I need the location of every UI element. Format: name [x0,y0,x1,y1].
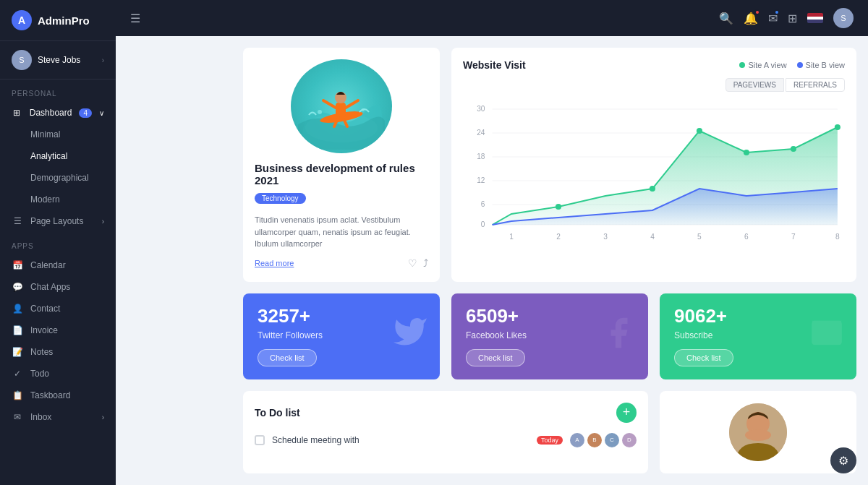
sidebar-item-notes[interactable]: 📝 Notes [0,341,116,363]
todo-item: Schedule meeting with Today A B C D [255,433,637,447]
like-icon[interactable]: ♡ [408,257,417,269]
svg-point-35 [835,124,841,130]
todo-icon: ✓ [12,369,23,379]
sidebar-item-label: Inbox [30,412,51,422]
tab-pageviews[interactable]: PAGEVIEWS [726,78,784,92]
svg-text:7: 7 [791,233,796,241]
logo-icon: A [12,10,32,30]
sidebar-item-taskboard[interactable]: 📋 Taskboard [0,385,116,406]
sidebar-item-chat[interactable]: 💬 Chat Apps [0,276,116,298]
assignee-avatar-4: D [622,433,637,447]
site-a-dot [739,62,745,68]
chevron-down-icon: ∨ [99,109,104,117]
sidebar-item-label: Modern [30,194,60,205]
subscribe-check-button[interactable]: Check list [674,349,733,366]
svg-point-31 [650,186,655,192]
facebook-check-button[interactable]: Check list [466,349,525,366]
svg-text:1: 1 [509,233,514,241]
share-icon[interactable]: ⤴ [423,257,428,269]
sidebar-item-inbox[interactable]: ✉ Inbox › [0,406,116,428]
topbar-left: ☰ [130,12,140,25]
today-badge: Today [537,436,563,445]
sidebar-item-modern[interactable]: Modern [0,189,116,210]
svg-text:3: 3 [603,233,608,241]
profile-image [729,403,787,461]
twitter-check-button[interactable]: Check list [258,349,317,366]
chat-icon: 💬 [12,282,23,292]
sidebar-item-label: Page Layouts [30,216,83,226]
add-todo-button[interactable]: + [616,403,637,423]
message-dot [774,9,780,15]
website-visit-card: Website Visit Site A view Site B view PA… [451,48,856,282]
messages-button[interactable]: ✉ [768,12,778,25]
svg-text:5: 5 [697,233,702,241]
svg-line-4 [346,100,358,108]
site-b-dot [797,62,803,68]
sidebar-item-label: Taskboard [30,390,70,400]
topbar-right: 🔍 🔔 ✉ ⊞ S [719,8,854,28]
topbar-user-avatar[interactable]: S [833,8,854,28]
todo-card: To Do list + Schedule meeting with Today… [243,391,648,473]
sidebar-item-calendar[interactable]: 📅 Calendar [0,254,116,276]
hamburger-icon[interactable]: ☰ [130,12,140,25]
svg-text:6: 6 [744,233,749,241]
chevron-right-icon: › [102,218,104,226]
sidebar-item-minimal[interactable]: Minimal [0,124,116,145]
todo-item-text: Schedule meeting with [272,435,529,445]
svg-point-9 [362,108,365,111]
sidebar-item-label: Dashboard [30,108,72,118]
svg-text:12: 12 [477,176,485,184]
svg-text:8: 8 [835,233,840,241]
sidebar-item-label: Calendar [30,260,66,270]
facebook-icon [600,315,637,358]
page-layouts-icon: ☰ [12,216,23,226]
notifications-button[interactable]: 🔔 [744,12,758,25]
chart-title: Website Visit [463,59,526,71]
facebook-stat-card: 6509+ Facebook Likes Check list [451,293,648,379]
grid-icon[interactable]: ⊞ [788,12,797,25]
inbox-icon: ✉ [12,412,23,422]
sidebar-item-label: Invoice [30,325,58,335]
sidebar-item-demographical[interactable]: Demographical [0,167,116,189]
sidebar-item-analytical[interactable]: Analytical [0,145,116,167]
svg-text:2: 2 [556,233,561,241]
svg-point-8 [318,110,322,114]
sidebar-item-dashboard[interactable]: ⊞ Dashboard 4 ∨ [0,102,116,124]
sidebar-item-label: Minimal [30,129,60,140]
legend-site-a: Site A view [739,61,786,69]
calendar-icon: 📅 [12,260,23,270]
read-more-link[interactable]: Read more [255,259,294,267]
svg-text:0: 0 [481,220,485,228]
sidebar-item-label: Demographical [30,173,89,183]
assignee-avatar-2: B [587,433,602,447]
profile-illustration [729,403,787,461]
svg-text:18: 18 [477,153,485,160]
chevron-right-icon: › [102,413,104,421]
blog-footer: Read more ♡ ⤴ [255,257,428,269]
todo-title: To Do list [255,407,300,419]
language-flag-icon[interactable] [807,13,823,23]
user-name: Steve Jobs [38,55,96,65]
sidebar-item-invoice[interactable]: 📄 Invoice [0,319,116,341]
search-icon[interactable]: 🔍 [719,12,733,25]
user-chevron-icon: › [102,56,104,64]
sidebar-item-page-layouts[interactable]: ☰ Page Layouts › [0,210,116,232]
assignee-avatar-1: A [570,433,584,447]
twitter-icon [392,314,428,359]
sidebar-user[interactable]: S Steve Jobs › [0,41,116,80]
tab-referrals[interactable]: REFERRALS [786,78,845,92]
settings-fab-button[interactable]: ⚙ [830,447,856,473]
svg-point-39 [745,429,771,441]
svg-point-33 [744,150,749,155]
personal-section-label: PERSONAL [0,80,116,102]
contact-icon: 👤 [12,304,23,314]
sidebar-item-todo[interactable]: ✓ Todo [0,363,116,385]
sidebar-item-contact[interactable]: 👤 Contact [0,298,116,319]
blog-tag: Technology [255,193,306,204]
subscribe-stat-card: 9062+ Subscribe Check list [660,293,856,379]
todo-checkbox[interactable] [255,435,265,445]
sidebar-item-label: Chat Apps [30,282,70,292]
sidebar-logo: A AdminPro [0,0,116,41]
chart-header: Website Visit Site A view Site B view [463,59,845,71]
settings-icon: ⚙ [838,454,848,468]
